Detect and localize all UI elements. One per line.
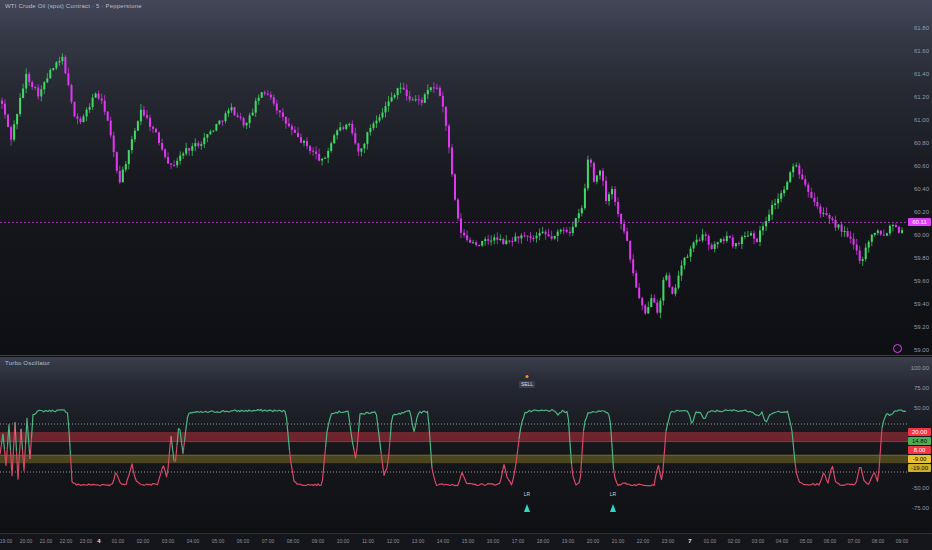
- time-axis[interactable]: 19:0020:0021:0022:0023:00401:0002:0003:0…: [0, 533, 932, 550]
- price-axis-label: 60.60: [914, 163, 929, 170]
- oscillator-axis-label: -75.00: [912, 505, 929, 512]
- time-label: 21:00: [40, 538, 53, 544]
- price-axis-label: 59.40: [914, 301, 929, 308]
- time-label: 19:00: [0, 538, 12, 544]
- time-label: 22:00: [637, 538, 650, 544]
- oscillator-axis-label: 50.00: [914, 405, 929, 412]
- time-label: 13:00: [412, 538, 425, 544]
- price-pane[interactable]: WTI Crude Oil (spot) Contract · 5 · Pepp…: [0, 0, 932, 356]
- oscillator-axis-label: 75.00: [914, 385, 929, 392]
- day-marker-label: 4: [97, 538, 100, 544]
- indicator-title[interactable]: Turbo Oscillator: [5, 360, 50, 366]
- price-axis-label: 61.00: [914, 117, 929, 124]
- current-price-badge: 60.11: [908, 218, 931, 226]
- time-label: 20:00: [587, 538, 600, 544]
- candlestick-canvas[interactable]: [0, 0, 932, 356]
- time-label: 03:00: [752, 538, 765, 544]
- time-label: 03:00: [162, 538, 175, 544]
- oscillator-canvas[interactable]: [0, 357, 932, 533]
- day-marker-label: 7: [688, 538, 691, 544]
- time-label: 21:00: [612, 538, 625, 544]
- price-axis-label: 60.20: [914, 209, 929, 216]
- indicator-value-badge: -19.00: [908, 464, 931, 472]
- time-label: 08:00: [287, 538, 300, 544]
- price-axis-label: 61.80: [914, 25, 929, 32]
- time-label: 15:00: [462, 538, 475, 544]
- time-label: 06:00: [237, 538, 250, 544]
- price-axis-label: 59.00: [914, 347, 929, 354]
- time-label: 04:00: [187, 538, 200, 544]
- lr-signal-label: LR: [524, 491, 530, 497]
- indicator-value-badge: -9.00: [908, 455, 931, 463]
- time-label: 17:00: [512, 538, 525, 544]
- price-axis-label: 60.80: [914, 140, 929, 147]
- time-label: 12:00: [387, 538, 400, 544]
- time-label: 04:00: [776, 538, 789, 544]
- symbol-title[interactable]: WTI Crude Oil (spot) Contract · 5 · Pepp…: [5, 3, 142, 9]
- indicator-value-badge: 14.80: [908, 437, 931, 445]
- time-label: 23:00: [80, 538, 93, 544]
- time-label: 11:00: [362, 538, 374, 544]
- lr-signal-label: LR: [610, 491, 616, 497]
- time-label: 23:00: [662, 538, 675, 544]
- time-label: 08:00: [872, 538, 885, 544]
- time-label: 01:00: [112, 538, 125, 544]
- time-label: 07:00: [848, 538, 861, 544]
- time-label: 02:00: [137, 538, 150, 544]
- time-label: 05:00: [800, 538, 813, 544]
- time-label: 07:00: [262, 538, 275, 544]
- time-label: 16:00: [487, 538, 500, 544]
- time-label: 10:00: [337, 538, 350, 544]
- chart-root: WTI Crude Oil (spot) Contract · 5 · Pepp…: [0, 0, 932, 550]
- indicator-value-badge: 8.00: [908, 446, 931, 454]
- oscillator-axis-label: 100.00: [911, 365, 929, 372]
- time-label: 22:00: [60, 538, 73, 544]
- time-label: 18:00: [537, 538, 550, 544]
- price-axis-label: 61.20: [914, 94, 929, 101]
- time-label: 20:00: [20, 538, 33, 544]
- price-axis-label: 61.60: [914, 48, 929, 55]
- price-axis-label: 59.80: [914, 255, 929, 262]
- time-label: 02:00: [728, 538, 741, 544]
- indicator-value-badge: 20.00: [908, 428, 931, 436]
- oscillator-pane[interactable]: Turbo Oscillator 100.0075.0050.00-25.00-…: [0, 357, 932, 533]
- time-label: 09:00: [896, 538, 909, 544]
- sell-signal-label: SELL: [519, 381, 535, 388]
- time-label: 19:00: [562, 538, 575, 544]
- time-label: 09:00: [312, 538, 325, 544]
- price-axis-label: 60.40: [914, 186, 929, 193]
- price-axis[interactable]: 60.11 61.8061.6061.4061.2061.0060.8060.6…: [905, 0, 932, 355]
- price-axis-label: 60.00: [914, 232, 929, 239]
- time-label: 05:00: [212, 538, 225, 544]
- price-alert-icon[interactable]: [893, 344, 902, 353]
- sell-dot-icon: [526, 375, 529, 378]
- time-label: 01:00: [704, 538, 717, 544]
- oscillator-axis[interactable]: 100.0075.0050.00-25.00-50.00-75.0020.001…: [905, 357, 932, 533]
- oscillator-axis-label: -50.00: [912, 485, 929, 492]
- price-axis-label: 59.60: [914, 278, 929, 285]
- time-label: 06:00: [824, 538, 837, 544]
- price-axis-label: 59.20: [914, 324, 929, 331]
- time-label: 14:00: [437, 538, 450, 544]
- price-axis-label: 61.40: [914, 71, 929, 78]
